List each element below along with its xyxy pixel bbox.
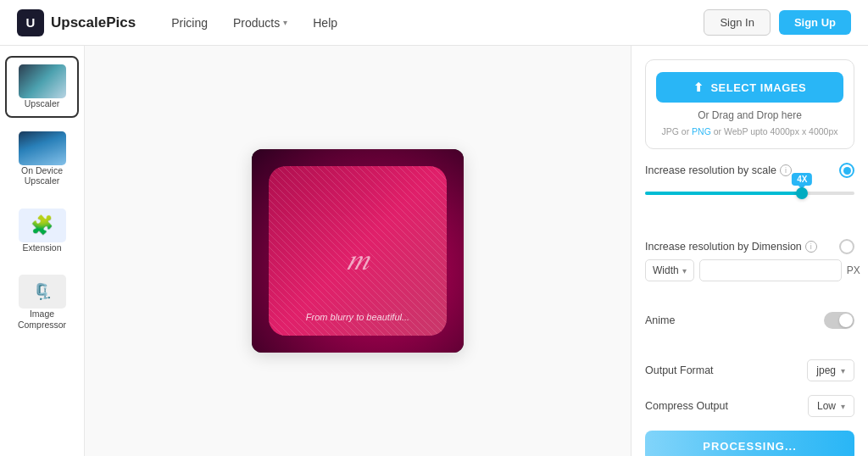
sidebar-item-on-device-upscaler[interactable]: On DeviceUpscaler	[5, 123, 79, 195]
sidebar-label-ondevice: On DeviceUpscaler	[21, 165, 63, 186]
dimension-control-row: Increase resolution by Dimension i	[645, 239, 854, 254]
upscaler-thumbnail	[19, 64, 66, 98]
dimension-info-icon[interactable]: i	[805, 241, 817, 253]
slider-thumb[interactable]	[796, 187, 808, 199]
signup-button[interactable]: Sign Up	[779, 10, 851, 35]
nav-help[interactable]: Help	[303, 11, 348, 35]
main-nav: Pricing Products ▾ Help	[161, 11, 348, 35]
slider-fill	[645, 192, 802, 195]
scale-info-icon[interactable]: i	[780, 164, 792, 176]
dimension-unit: PX	[847, 264, 860, 276]
anime-label: Anime	[645, 314, 675, 326]
upload-icon: ⬆	[693, 81, 704, 94]
puzzle-icon: 🧩	[31, 214, 53, 236]
compress-chevron-icon: ▾	[841, 402, 845, 411]
sidebar-label-extension: Extension	[22, 242, 61, 253]
slider-badge: 4X	[792, 173, 812, 186]
width-select[interactable]: Width ▾	[645, 259, 694, 281]
output-format-select[interactable]: jpeg ▾	[807, 359, 854, 381]
select-images-button[interactable]: ⬆ SELECT IMAGES	[656, 72, 843, 103]
dimension-radio[interactable]	[839, 239, 854, 254]
sidebar-label-upscaler: Upscaler	[25, 98, 59, 109]
sidebar: Upscaler On DeviceUpscaler 🧩 Extension 🗜…	[0, 46, 85, 456]
ondevice-thumbnail	[19, 131, 66, 165]
demo-text-overlay: From blurry to beautiful...	[260, 312, 455, 322]
logo-icon: U	[17, 9, 44, 36]
demo-inner: 𝑚 From blurry to beautiful...	[252, 149, 464, 353]
content-area: 𝑚 From blurry to beautiful...	[85, 46, 631, 456]
scale-slider-container: 4X	[645, 178, 854, 209]
format-chevron-icon: ▾	[841, 366, 845, 375]
anime-row: Anime	[645, 312, 854, 329]
scale-section: Increase resolution by scale i 4X	[645, 163, 854, 209]
output-format-row: Output Format jpeg ▾	[645, 359, 854, 381]
anime-toggle[interactable]	[824, 312, 854, 329]
dimension-row: Width ▾ PX	[645, 259, 854, 281]
processing-button[interactable]: PROCESSING...	[645, 431, 854, 456]
demo-pattern	[269, 166, 447, 336]
drag-drop-text: Or Drag and Drop here	[656, 109, 843, 121]
right-panel: ⬆ SELECT IMAGES Or Drag and Drop here JP…	[631, 46, 868, 456]
slider-track: 4X	[645, 192, 854, 195]
chevron-down-icon: ▾	[283, 18, 287, 27]
sidebar-item-extension[interactable]: 🧩 Extension	[5, 200, 79, 262]
output-format-label: Output Format	[645, 364, 714, 376]
compress-icon: 🗜️	[33, 282, 52, 301]
nav-products[interactable]: Products ▾	[223, 11, 298, 35]
compress-output-label: Compress Output	[645, 400, 728, 412]
compress-output-row: Compress Output Low ▾	[645, 395, 854, 417]
main-layout: Upscaler On DeviceUpscaler 🧩 Extension 🗜…	[0, 46, 868, 456]
demo-image: 𝑚 From blurry to beautiful...	[252, 149, 464, 353]
compressor-thumbnail: 🗜️	[19, 275, 66, 309]
scale-radio[interactable]	[839, 163, 854, 178]
sidebar-item-upscaler[interactable]: Upscaler	[5, 56, 79, 118]
dimension-section: Increase resolution by Dimension i Width…	[645, 239, 854, 281]
scale-control-row: Increase resolution by scale i	[645, 163, 854, 178]
file-types-text: JPG or PNG or WebP upto 4000px x 4000px	[656, 126, 843, 136]
dimension-value-input[interactable]	[699, 259, 842, 281]
dimension-label: Increase resolution by Dimension i	[645, 241, 817, 253]
signin-button[interactable]: Sign In	[704, 9, 770, 36]
width-chevron-icon: ▾	[682, 266, 687, 275]
header: U UpscalePics Pricing Products ▾ Help Si…	[0, 0, 868, 46]
header-actions: Sign In Sign Up	[704, 9, 851, 36]
upload-area: ⬆ SELECT IMAGES Or Drag and Drop here JP…	[645, 59, 854, 149]
nav-pricing[interactable]: Pricing	[161, 11, 218, 35]
sidebar-item-image-compressor[interactable]: 🗜️ ImageCompressor	[5, 266, 79, 338]
demo-card: 𝑚	[269, 166, 447, 336]
logo-area: U UpscalePics	[17, 9, 136, 36]
compress-output-select[interactable]: Low ▾	[808, 395, 854, 417]
sidebar-label-compressor: ImageCompressor	[18, 309, 66, 330]
scale-label: Increase resolution by scale i	[645, 164, 792, 176]
extension-thumbnail: 🧩	[19, 209, 66, 242]
logo-name: UpscalePics	[51, 14, 136, 31]
